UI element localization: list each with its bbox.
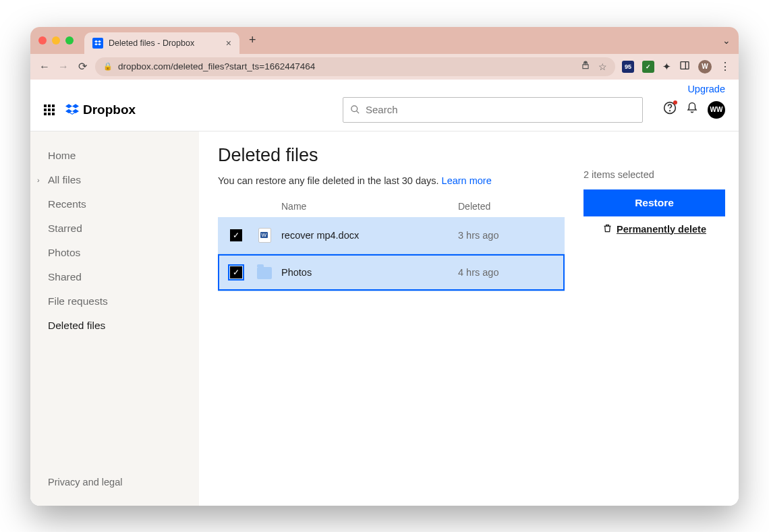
reload-button[interactable]: ⟳ — [76, 60, 88, 73]
sidebar-item-photos[interactable]: Photos — [30, 241, 199, 265]
column-deleted[interactable]: Deleted — [458, 201, 552, 212]
back-button[interactable]: ← — [38, 61, 51, 73]
search-icon — [350, 105, 360, 115]
sidebar-item-file-requests[interactable]: File requests — [30, 289, 199, 314]
notifications-icon[interactable] — [686, 102, 698, 117]
folder-icon — [257, 265, 272, 280]
app-body: Home ›All files Recents Starred Photos S… — [30, 131, 739, 506]
minimize-window-icon[interactable] — [52, 36, 60, 45]
app-root: Upgrade Dropbox WW — [30, 80, 739, 506]
window-frame: Deleted files - Dropbox × + ⌄ ← → ⟳ 🔒 dr… — [30, 27, 739, 506]
address-bar[interactable]: 🔒 dropbox.com/deleted_files?start_ts=166… — [95, 57, 615, 76]
file-name: recover mp4.docx — [281, 230, 458, 241]
svg-line-3 — [356, 111, 359, 113]
svg-rect-0 — [681, 61, 689, 69]
chevron-right-icon: › — [37, 176, 44, 184]
svg-point-5 — [670, 111, 671, 111]
apps-grid-icon[interactable] — [44, 105, 55, 115]
table-row[interactable]: ✓ Photos 4 hrs ago — [218, 254, 565, 291]
dropbox-icon — [65, 103, 79, 117]
search-box[interactable] — [343, 97, 643, 123]
extensions: 95 ✓ ✦ W ⋮ — [622, 60, 731, 73]
brand-text: Dropbox — [83, 102, 136, 117]
sidebar-footer-link[interactable]: Privacy and legal — [30, 471, 199, 494]
table-row[interactable]: ✓ recover mp4.docx 3 hrs ago — [218, 217, 565, 254]
tabs-overflow-icon[interactable]: ⌄ — [722, 35, 731, 46]
help-icon[interactable] — [663, 101, 677, 118]
sidebar-item-all-files[interactable]: ›All files — [30, 168, 199, 192]
bookmark-icon[interactable]: ☆ — [598, 61, 607, 72]
new-tab-button[interactable]: + — [249, 33, 256, 47]
url-text: dropbox.com/deleted_files?start_ts=16624… — [118, 61, 315, 71]
close-window-icon[interactable] — [38, 36, 47, 45]
sidebar-item-deleted-files[interactable]: Deleted files — [30, 314, 199, 338]
sidebar-item-starred[interactable]: Starred — [30, 216, 199, 241]
file-deleted-time: 4 hrs ago — [458, 267, 552, 278]
tab-title: Deleted files - Dropbox — [109, 38, 194, 48]
column-name[interactable]: Name — [281, 201, 458, 212]
upgrade-link[interactable]: Upgrade — [687, 84, 725, 94]
table-header: Name Deleted — [218, 196, 565, 217]
search-input[interactable] — [366, 104, 635, 115]
close-tab-icon[interactable]: × — [226, 38, 231, 49]
forward-button[interactable]: → — [57, 61, 69, 73]
dropbox-favicon — [92, 38, 103, 49]
file-name: Photos — [281, 267, 458, 278]
panel-icon[interactable] — [679, 60, 690, 73]
checkbox-checked[interactable]: ✓ — [230, 229, 242, 241]
browser-tabbar: Deleted files - Dropbox × + ⌄ — [30, 27, 739, 54]
extension-check[interactable]: ✓ — [642, 61, 654, 73]
app-header: Dropbox WW — [30, 94, 739, 131]
kebab-menu-icon[interactable]: ⋮ — [720, 60, 731, 73]
main-area: Deleted files You can restore any file d… — [199, 131, 739, 506]
lock-icon: 🔒 — [103, 62, 113, 71]
trash-icon — [602, 223, 613, 235]
learn-more-link[interactable]: Learn more — [442, 175, 492, 186]
restore-button[interactable]: Restore — [583, 189, 725, 216]
browser-tab[interactable]: Deleted files - Dropbox × — [84, 32, 239, 54]
file-deleted-time: 3 hrs ago — [458, 230, 552, 241]
selection-count: 2 items selected — [583, 169, 725, 180]
window-controls[interactable] — [38, 36, 74, 45]
sidebar-item-shared[interactable]: Shared — [30, 265, 199, 289]
sidebar-item-home[interactable]: Home — [30, 144, 199, 168]
word-doc-icon — [257, 228, 272, 243]
share-icon[interactable] — [581, 61, 590, 72]
profile-avatar[interactable]: W — [698, 60, 712, 73]
page-description: You can restore any file deleted in the … — [218, 175, 565, 186]
account-avatar[interactable]: WW — [708, 101, 725, 119]
page-title: Deleted files — [218, 145, 565, 166]
top-strip: Upgrade — [30, 80, 739, 94]
sidebar-item-recents[interactable]: Recents — [30, 192, 199, 216]
maximize-window-icon[interactable] — [65, 36, 74, 45]
svg-point-2 — [351, 106, 358, 112]
browser-toolbar: ← → ⟳ 🔒 dropbox.com/deleted_files?start_… — [30, 54, 739, 80]
header-icons: WW — [663, 101, 725, 119]
extension-95[interactable]: 95 — [622, 61, 634, 73]
brand-logo[interactable]: Dropbox — [65, 102, 136, 117]
sidebar: Home ›All files Recents Starred Photos S… — [30, 131, 199, 506]
extensions-icon[interactable]: ✦ — [662, 61, 671, 73]
checkbox-checked[interactable]: ✓ — [230, 266, 242, 278]
permanently-delete-link[interactable]: Permanently delete — [583, 223, 725, 235]
content: Deleted files You can restore any file d… — [218, 145, 565, 492]
actions-panel: 2 items selected Restore Permanently del… — [583, 145, 725, 492]
